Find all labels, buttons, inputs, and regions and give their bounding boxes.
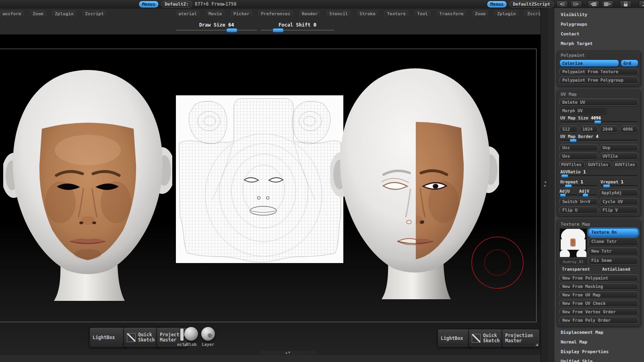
auvratio-slider[interactable]: AUVRatio 1 [560, 169, 638, 177]
transparent-toggle[interactable]: Transparent [559, 266, 598, 273]
menu-transform-cut[interactable]: ansform [0, 10, 23, 18]
bottom-tray-divider[interactable]: ▲ ▼ [260, 351, 316, 355]
uvs-button[interactable]: Uvs [559, 152, 598, 160]
flip-v-button[interactable]: Flip V [600, 206, 638, 214]
polypaint-header[interactable]: Polypaint [561, 53, 638, 58]
hrepeat-track[interactable] [560, 185, 597, 187]
puvtiles-button[interactable]: PUVTiles [559, 161, 585, 168]
projection-master-button-right[interactable]: Projection Master [502, 329, 540, 348]
uvc-button[interactable]: Uvc [559, 144, 598, 151]
zscript-title[interactable]: DefaultZScript [509, 1, 554, 8]
auvtiles-button[interactable]: AUVTiles [613, 161, 638, 168]
section-displacement-map[interactable]: Displacement Map [561, 330, 644, 335]
draw-size-track[interactable] [176, 30, 257, 31]
menu-tool[interactable]: Tool [415, 10, 430, 18]
clone-txtr-button[interactable]: Clone Txtr [588, 238, 638, 246]
divider-arrows-icon[interactable]: ◀▶ [544, 180, 546, 187]
morph-uv-button[interactable]: Morph UV [559, 107, 607, 114]
lightbox-button-right[interactable]: LightBox [438, 329, 473, 348]
quick-sketch-button-left[interactable]: Quick Sketch [124, 327, 161, 348]
menu-transform[interactable]: Transform [437, 10, 466, 18]
uvp-button[interactable]: Uvp [600, 144, 638, 151]
vrepeat-handle[interactable] [603, 184, 610, 188]
grd-button[interactable]: Grd [621, 60, 638, 67]
hrepeat-slider[interactable]: Hrepeat 1 [560, 179, 597, 187]
draw-size-handle[interactable] [226, 28, 237, 33]
new-from-uv-check-button[interactable]: New From UV Check [559, 300, 638, 307]
menu-zscript[interactable]: Zscript [83, 10, 106, 18]
polypaint-from-texture-button[interactable]: Polypaint From Texture [559, 68, 638, 75]
section-display-properties[interactable]: Display Properties [561, 349, 644, 354]
section-contact[interactable]: Contact [561, 31, 644, 37]
document-title[interactable]: DefaultZ: [161, 1, 192, 8]
menu-render[interactable]: Render [299, 10, 320, 18]
adjv-track[interactable] [579, 194, 597, 196]
uv-map-size-track[interactable] [560, 121, 638, 123]
scroll-left-button[interactable]: ◀ [556, 0, 568, 8]
blob-tool-icon[interactable] [184, 327, 198, 341]
section-morph-target[interactable]: Morph Target [561, 41, 644, 46]
menu-zplugin[interactable]: Zplugin [52, 10, 76, 18]
menu-movie[interactable]: Movie [206, 10, 224, 18]
vrepeat-slider[interactable]: Vrepeat 1 [601, 179, 638, 187]
auvratio-handle[interactable] [561, 174, 568, 178]
new-from-poly-order-button[interactable]: New From Poly Order [559, 317, 638, 324]
minimize-button[interactable] [639, 0, 644, 8]
delete-uv-button[interactable]: Delete UV [559, 99, 638, 106]
menu-preferences[interactable]: Preferences [258, 10, 293, 18]
menu-zoom-2[interactable]: Zoom [473, 10, 488, 18]
adjv-slider[interactable]: AdjV [579, 189, 597, 196]
draw-size-slider[interactable]: Draw Size 64 [176, 22, 257, 31]
menus-button-right[interactable]: Menus [487, 1, 507, 8]
switch-uv-button[interactable]: Switch U<>V [559, 198, 598, 205]
antialiased-toggle[interactable]: Antialiased [600, 266, 638, 273]
adju-handle[interactable] [560, 193, 566, 197]
new-from-uv-map-button[interactable]: New From UV Map [559, 291, 638, 298]
texture-thumbnail[interactable]: Audrey_01 [559, 228, 587, 265]
uv-map-border-handle[interactable] [570, 139, 577, 142]
menu-stroke[interactable]: Stroke [357, 10, 378, 18]
flip-u-button[interactable]: Flip U [559, 206, 598, 214]
right-tray-divider[interactable]: ◀▶ [541, 8, 555, 362]
new-txtr-button[interactable]: New Txtr [588, 247, 638, 255]
new-from-masking-button[interactable]: New From Masking [559, 283, 638, 290]
menu-stencil[interactable]: Stencil [327, 10, 350, 18]
lock-button[interactable] [620, 0, 632, 8]
occluded-tool-icon[interactable] [180, 329, 184, 341]
uv-size-2048-button[interactable]: 2048 [600, 125, 618, 133]
lightbox-button-left[interactable]: LightBox [89, 327, 128, 348]
new-from-polypaint-button[interactable]: New From Polypaint [559, 274, 638, 282]
texture-on-button[interactable]: Texture On [588, 228, 638, 237]
uv-size-1024-button[interactable]: 1024 [580, 125, 598, 133]
applyadj-button[interactable]: ApplyAdj [599, 189, 638, 196]
new-from-vertex-order-button[interactable]: New From Vertex Order [559, 308, 638, 315]
adjv-handle[interactable] [582, 193, 588, 197]
document-viewport[interactable]: LightBox Quick Sketch Projection Master … [0, 34, 541, 355]
cycle-uv-button[interactable]: Cycle UV [600, 198, 638, 205]
menus-button[interactable]: Menus [139, 1, 159, 8]
prev-window-button[interactable]: ◀ [588, 0, 599, 8]
quick-sketch-button-right[interactable]: Quick Sketch [469, 329, 506, 348]
scroll-right-button[interactable]: ▶ [570, 0, 582, 8]
texture-map-header[interactable]: Texture Map [561, 222, 638, 227]
hrepeat-handle[interactable] [565, 184, 572, 188]
focal-shift-track[interactable] [261, 30, 334, 31]
section-unified-skin[interactable]: Unified Skin [561, 359, 644, 362]
uvtile-button[interactable]: UVTile [600, 152, 638, 160]
layer-tool-icon[interactable] [201, 327, 215, 341]
uv-map-border-slider[interactable]: UV Map Border 4 [560, 134, 638, 142]
colorize-button[interactable]: Colorize [559, 60, 619, 67]
uv-size-512-button[interactable]: 512 [559, 125, 578, 133]
menu-picker[interactable]: Picker [231, 10, 252, 18]
uv-map-header[interactable]: UV Map [561, 92, 638, 97]
guvtiles-button[interactable]: GUVTiles [586, 161, 612, 168]
section-visibility[interactable]: Visibility [561, 12, 644, 17]
uv-map-size-slider[interactable]: UV Map Size 4096 [560, 115, 638, 123]
focal-shift-slider[interactable]: Focal Shift 0 [261, 22, 334, 31]
auvratio-track[interactable] [560, 175, 638, 177]
menu-texture[interactable]: Texture [384, 10, 408, 18]
adju-slider[interactable]: AdjU [559, 189, 578, 196]
polypaint-from-polygroup-button[interactable]: Polypaint From Polygroup [559, 76, 638, 84]
vrepeat-track[interactable] [601, 185, 638, 187]
section-polygroups[interactable]: Polygroups [561, 22, 644, 27]
